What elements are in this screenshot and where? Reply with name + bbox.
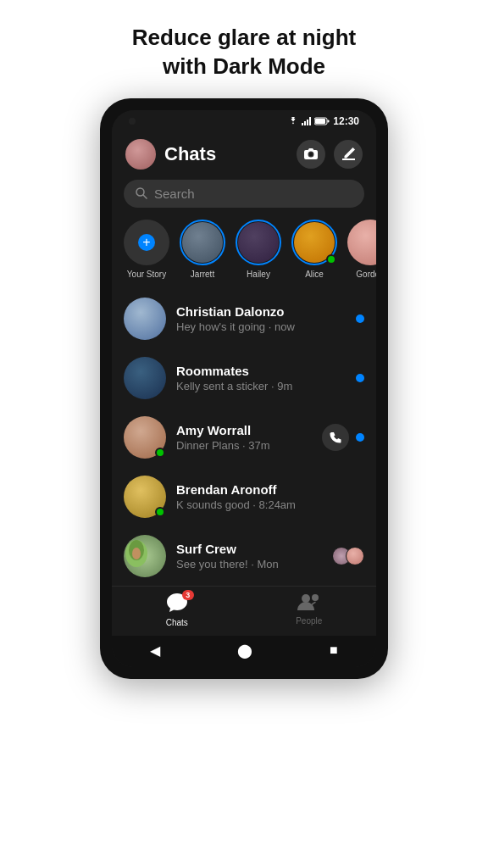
story-item-alice[interactable]: Alice bbox=[291, 220, 337, 279]
christian-info: Christian Dalonzo Hey how's it going · n… bbox=[176, 304, 346, 333]
status-bar: 12:30 bbox=[112, 110, 376, 131]
amy-call-button[interactable] bbox=[322, 424, 349, 451]
christian-unread-dot bbox=[356, 314, 364, 323]
christian-avatar bbox=[124, 298, 166, 340]
battery-icon bbox=[314, 117, 330, 125]
header-left: Chats bbox=[125, 139, 216, 170]
amy-name: Amy Worrall bbox=[176, 423, 312, 437]
compose-icon bbox=[342, 147, 355, 160]
group-mini-2 bbox=[346, 547, 364, 565]
search-placeholder: Search bbox=[154, 186, 195, 201]
brendan-info: Brendan Aronoff K sounds good · 8:24am bbox=[176, 482, 354, 511]
add-story-icon: + bbox=[138, 234, 155, 251]
christian-name: Christian Dalonzo bbox=[176, 304, 346, 319]
signal-icon bbox=[302, 117, 312, 125]
christian-actions bbox=[356, 314, 364, 323]
chat-list: Christian Dalonzo Hey how's it going · n… bbox=[112, 289, 376, 586]
roommates-name: Roommates bbox=[176, 364, 346, 378]
surfcrew-preview: See you there! · Mon bbox=[176, 558, 322, 570]
status-right: 12:30 bbox=[287, 115, 359, 127]
compose-button[interactable] bbox=[334, 140, 363, 169]
search-bar[interactable]: Search bbox=[124, 180, 364, 208]
christian-avatar-wrap bbox=[124, 298, 166, 340]
wifi-icon bbox=[287, 117, 299, 125]
story-item-gordon[interactable]: Gordon bbox=[347, 220, 376, 279]
story-item-hailey[interactable]: Hailey bbox=[236, 220, 281, 279]
roommates-info: Roommates Kelly sent a sticker · 9m bbox=[176, 364, 346, 392]
recents-button[interactable]: ■ bbox=[330, 643, 338, 658]
amy-actions bbox=[322, 424, 364, 451]
chat-item-amy[interactable]: Amy Worrall Dinner Plans · 37m bbox=[112, 408, 376, 467]
header-actions bbox=[297, 140, 363, 169]
amy-avatar-wrap bbox=[124, 416, 166, 459]
chat-item-brendan[interactable]: Brendan Aronoff K sounds good · 8:24am bbox=[112, 467, 376, 526]
front-camera bbox=[129, 118, 136, 125]
roommates-unread-dot bbox=[356, 374, 364, 382]
people-nav-icon bbox=[297, 593, 321, 610]
gordon-label: Gordon bbox=[356, 270, 376, 279]
phone-icon bbox=[330, 431, 341, 443]
alice-avatar-wrap bbox=[291, 220, 337, 265]
android-nav: ◀ ⬤ ■ bbox=[112, 636, 376, 667]
hailey-avatar bbox=[236, 220, 281, 265]
story-item-your-story[interactable]: + Your Story bbox=[124, 220, 169, 279]
back-button[interactable]: ◀ bbox=[150, 643, 160, 659]
chat-item-roommates[interactable]: Roommates Kelly sent a sticker · 9m bbox=[112, 348, 376, 408]
user-avatar[interactable] bbox=[125, 139, 156, 170]
app-header: Chats bbox=[112, 131, 376, 176]
amy-unread-dot bbox=[356, 433, 364, 442]
nav-chats-icon-wrap: 3 bbox=[167, 593, 187, 615]
amy-preview: Dinner Plans · 37m bbox=[176, 439, 312, 452]
chat-item-surfcrew[interactable]: Surf Crew See you there! · Mon bbox=[112, 526, 376, 586]
svg-point-7 bbox=[309, 152, 313, 155]
gordon-avatar-wrap bbox=[347, 220, 376, 265]
story-item-jarrett[interactable]: Jarrett bbox=[180, 220, 225, 279]
jarrett-avatar-wrap bbox=[180, 220, 225, 265]
brendan-name: Brendan Aronoff bbox=[176, 482, 354, 497]
chat-item-christian[interactable]: Christian Dalonzo Hey how's it going · n… bbox=[112, 289, 376, 348]
svg-point-14 bbox=[312, 594, 319, 601]
bottom-nav: 3 Chats People bbox=[112, 586, 376, 636]
surfcrew-group-avatars bbox=[332, 547, 364, 565]
svg-line-9 bbox=[143, 195, 147, 198]
svg-rect-0 bbox=[302, 123, 303, 125]
people-nav-label: People bbox=[296, 616, 322, 626]
headline: Reduce glare at night with Dark Mode bbox=[98, 0, 390, 98]
your-story-label: Your Story bbox=[127, 270, 166, 279]
nav-people-icon-wrap bbox=[297, 593, 321, 614]
jarrett-avatar bbox=[180, 220, 225, 265]
app-title: Chats bbox=[164, 143, 216, 165]
surfcrew-info: Surf Crew See you there! · Mon bbox=[176, 542, 322, 570]
your-story-avatar: + bbox=[124, 220, 169, 265]
brendan-preview: K sounds good · 8:24am bbox=[176, 498, 354, 511]
surfcrew-avatar bbox=[124, 535, 166, 577]
alice-label: Alice bbox=[305, 270, 324, 279]
headline-line2: with Dark Mode bbox=[163, 53, 325, 79]
surfcrew-name: Surf Crew bbox=[176, 542, 322, 556]
camera-icon bbox=[304, 148, 318, 160]
hailey-label: Hailey bbox=[247, 270, 270, 279]
nav-people[interactable]: People bbox=[279, 592, 339, 629]
status-time: 12:30 bbox=[333, 115, 359, 127]
status-icons bbox=[287, 117, 330, 125]
roommates-avatar-wrap bbox=[124, 357, 166, 399]
camera-button[interactable] bbox=[297, 140, 325, 169]
amy-info: Amy Worrall Dinner Plans · 37m bbox=[176, 423, 312, 452]
svg-point-12 bbox=[132, 548, 141, 559]
roommates-avatar bbox=[124, 357, 166, 399]
christian-preview: Hey how's it going · now bbox=[176, 320, 346, 333]
gordon-avatar bbox=[347, 220, 376, 265]
headline-line1: Reduce glare at night bbox=[132, 25, 356, 50]
chats-nav-label: Chats bbox=[166, 618, 188, 627]
roommates-actions bbox=[356, 374, 364, 382]
surfcrew-actions bbox=[332, 547, 364, 565]
svg-rect-3 bbox=[309, 117, 311, 125]
app-content: Chats bbox=[112, 131, 376, 636]
home-button[interactable]: ⬤ bbox=[237, 643, 252, 659]
alice-online-dot bbox=[326, 254, 336, 264]
nav-chats[interactable]: 3 Chats bbox=[149, 592, 205, 629]
svg-point-13 bbox=[302, 594, 310, 603]
phone-shell: 12:30 Chats bbox=[100, 98, 388, 679]
svg-rect-1 bbox=[304, 121, 306, 125]
surfcrew-icon bbox=[124, 535, 149, 569]
